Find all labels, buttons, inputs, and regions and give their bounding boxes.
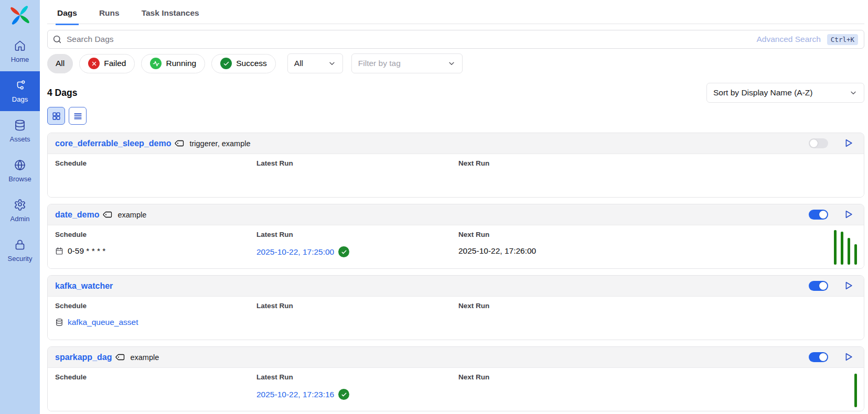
trigger-dag-button[interactable]	[843, 209, 854, 221]
next-run-label: Next Run	[458, 373, 489, 381]
schedule-column: Schedulekafka_queue_asset	[55, 302, 138, 327]
run-bar[interactable]	[834, 230, 837, 265]
chip-label: Running	[166, 59, 196, 68]
tag-filter-select[interactable]: Filter by tag	[351, 53, 463, 73]
dag-tags[interactable]: triggerer, example	[189, 139, 250, 148]
card-view-button[interactable]	[47, 107, 65, 125]
latest-run-link[interactable]: 2025-10-22, 17:25:00	[256, 247, 334, 257]
filters-row: AllFailedRunningSuccess All Filter by ta…	[47, 53, 864, 73]
dag-name-link[interactable]: core_deferrable_sleep_demo	[55, 139, 171, 148]
success-state-icon[interactable]	[338, 246, 349, 257]
chip-success[interactable]: Success	[211, 54, 276, 73]
dag-card-actions	[809, 352, 856, 363]
trigger-dag-button[interactable]	[843, 138, 854, 149]
dag-name-link[interactable]: date_demo	[55, 210, 99, 220]
dag-pause-toggle[interactable]	[809, 352, 828, 362]
state-filter-select[interactable]: All	[287, 53, 343, 73]
next-run-label: Next Run	[458, 159, 489, 167]
dag-card-body: Schedulekafka_queue_assetLatest RunNext …	[48, 297, 864, 340]
running-state-dot	[150, 58, 162, 69]
chip-all[interactable]: All	[47, 54, 73, 73]
search-bar: Advanced Search Ctrl+K	[47, 30, 864, 49]
sidebar-item-assets[interactable]: Assets	[0, 111, 40, 151]
schedule-asset-link[interactable]: kafka_queue_asset	[68, 318, 138, 327]
view-toggle	[47, 107, 864, 125]
run-bar[interactable]	[848, 238, 850, 265]
dag-tags[interactable]: example	[130, 353, 159, 362]
dag-pause-toggle[interactable]	[809, 210, 828, 220]
dag-card-date_demo: date_demoexampleSchedule0-59 * * * *Late…	[47, 204, 864, 269]
tag-icon	[102, 208, 115, 221]
schedule-label: Schedule	[55, 373, 87, 381]
check-icon	[223, 60, 230, 67]
sort-select[interactable]: Sort by Display Name (A-Z)	[706, 83, 864, 103]
sidebar-item-label: Browse	[8, 175, 31, 183]
dag-pause-toggle[interactable]	[809, 281, 828, 291]
latest-run-column: Latest Run	[256, 302, 293, 310]
play-icon	[843, 138, 854, 148]
dag-tags[interactable]: example	[117, 211, 146, 219]
schedule-column: Schedule0-59 * * * *	[55, 231, 105, 256]
tag-icon	[115, 351, 127, 363]
dag-count: 4 Dags	[47, 88, 77, 99]
state-chips: AllFailedRunningSuccess	[47, 54, 276, 73]
success-state-dot	[220, 58, 232, 69]
tab-dags[interactable]: Dags	[56, 5, 79, 24]
chip-label: Failed	[104, 59, 126, 68]
chip-running[interactable]: Running	[141, 54, 205, 73]
next-run-value: 2025-10-22, 17:26:00	[458, 246, 536, 256]
chevron-down-icon	[447, 59, 456, 68]
tab-bar: DagsRunsTask Instances	[47, 5, 864, 24]
chip-failed[interactable]: Failed	[79, 54, 135, 73]
tab-runs[interactable]: Runs	[98, 5, 121, 24]
sidebar-item-label: Admin	[10, 215, 30, 223]
chip-label: Success	[236, 59, 267, 68]
dag-card-body: ScheduleLatest Run2025-10-22, 17:23:16Ne…	[48, 368, 864, 411]
dag-card-header: date_demoexample	[48, 204, 864, 225]
run-bar[interactable]	[841, 232, 843, 265]
sidebar-item-label: Assets	[9, 135, 30, 143]
main-content: DagsRunsTask Instances Advanced Search C…	[40, 0, 868, 414]
schedule-label: Schedule	[55, 302, 138, 310]
dag-card-kafka_watcher: kafka_watcherSchedulekafka_queue_assetLa…	[47, 275, 864, 340]
toggle-knob	[819, 211, 827, 219]
next-run-column: Next Run2025-10-22, 17:26:00	[458, 231, 536, 256]
dag-pause-toggle[interactable]	[809, 138, 828, 148]
sidebar-item-browse[interactable]: Browse	[0, 151, 40, 191]
dag-name-link[interactable]: sparkapp_dag	[55, 353, 112, 362]
run-bar[interactable]	[854, 374, 857, 407]
security-icon	[14, 238, 26, 251]
success-state-icon[interactable]	[338, 389, 349, 400]
toggle-knob	[810, 139, 818, 147]
latest-run-link[interactable]: 2025-10-22, 17:23:16	[256, 390, 334, 399]
trigger-dag-button[interactable]	[843, 352, 854, 363]
sidebar-item-dags[interactable]: Dags	[0, 71, 40, 111]
sidebar-item-label: Dags	[12, 95, 28, 103]
calendar-icon	[55, 247, 63, 255]
dag-list: core_deferrable_sleep_demotriggerer, exa…	[47, 133, 864, 411]
dag-card-actions	[809, 209, 856, 221]
play-icon	[843, 280, 854, 291]
tab-task-instances[interactable]: Task Instances	[140, 5, 201, 24]
sidebar-nav: HomeDagsAssetsBrowseAdminSecurity	[0, 31, 40, 270]
table-view-button[interactable]	[69, 107, 87, 125]
grid-icon	[51, 111, 61, 121]
airflow-logo-icon[interactable]	[7, 3, 33, 28]
sidebar-item-home[interactable]: Home	[0, 31, 40, 71]
sidebar-item-admin[interactable]: Admin	[0, 191, 40, 231]
search-input[interactable]	[47, 30, 864, 49]
assets-icon	[14, 119, 26, 132]
advanced-search-link[interactable]: Advanced Search	[756, 35, 820, 44]
list-icon	[73, 111, 83, 121]
tag-icon	[174, 137, 187, 149]
shortcut-badge: Ctrl+K	[827, 34, 858, 45]
run-bar[interactable]	[854, 244, 857, 265]
dag-card-actions	[809, 280, 856, 292]
trigger-dag-button[interactable]	[843, 280, 854, 292]
dag-card-actions	[809, 138, 856, 149]
next-run-column: Next Run	[458, 373, 489, 381]
sidebar-item-security[interactable]: Security	[0, 231, 40, 270]
dag-name-link[interactable]: kafka_watcher	[55, 281, 113, 291]
schedule-column: Schedule	[55, 373, 87, 381]
chevron-down-icon	[328, 59, 336, 68]
